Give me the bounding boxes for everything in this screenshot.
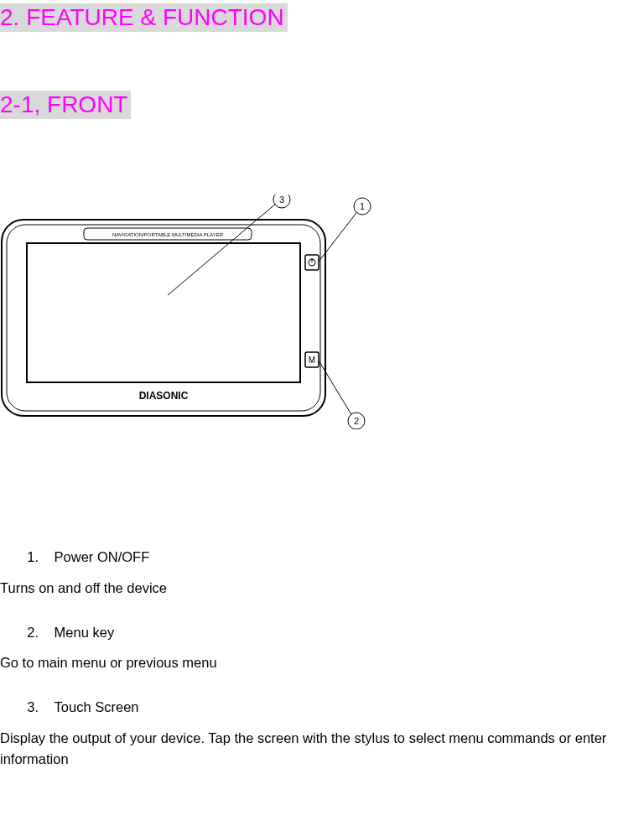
callout-2: 2	[354, 416, 359, 426]
item-label: Menu key	[43, 625, 115, 640]
item-description: Turns on and off the device	[0, 578, 644, 599]
item-number: 3.	[27, 697, 39, 718]
svg-rect-3	[27, 243, 300, 382]
list-item: 2. Menu key Go to main menu or previous …	[0, 622, 644, 674]
callout-1: 1	[360, 201, 365, 211]
menu-button-label: M	[309, 356, 315, 365]
callout-3: 3	[279, 195, 284, 205]
item-label: Power ON/OFF	[43, 549, 150, 564]
device-brand: DIASONIC	[139, 390, 189, 402]
item-label: Touch Screen	[43, 699, 139, 714]
subsection-title: 2-1, FRONT	[0, 91, 131, 119]
item-description: Display the output of your device. Tap t…	[0, 728, 644, 770]
list-item: 3. Touch Screen Display the output of yo…	[0, 697, 644, 769]
device-figure: NAVIGATION/PORTABLE MULTIMEDIA PLAYER DI…	[0, 195, 373, 429]
list-item: 1. Power ON/OFF Turns on and off the dev…	[0, 547, 644, 599]
item-number: 2.	[27, 622, 39, 643]
item-description: Go to main menu or previous menu	[0, 652, 644, 673]
item-number: 1.	[27, 547, 39, 568]
device-header-text: NAVIGATION/PORTABLE MULTIMEDIA PLAYER	[112, 232, 224, 237]
section-title: 2. FEATURE & FUNCTION	[0, 3, 288, 32]
